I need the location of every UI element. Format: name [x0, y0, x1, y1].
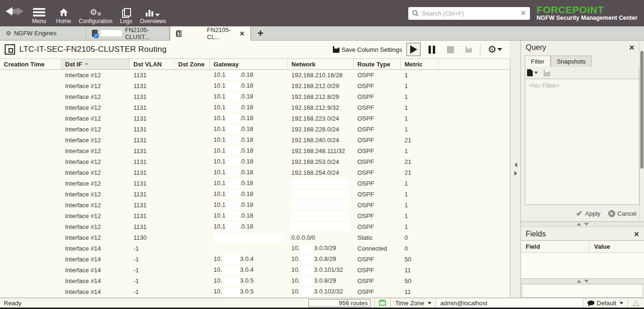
- filter-area[interactable]: <No Filter>: [525, 79, 639, 205]
- table-row[interactable]: Interface #14-110.3.0.0/29Connected0: [0, 243, 510, 254]
- table-row[interactable]: Interface #12113110.1.0.18192.168.254.0/…: [0, 167, 510, 178]
- collapse-left-icon[interactable]: [514, 163, 517, 167]
- apply-label: Apply: [585, 210, 601, 217]
- cancel-button[interactable]: ✕ Cancel: [608, 210, 636, 217]
- column-header-dst-if[interactable]: Dst IF^: [61, 59, 130, 69]
- route-type-cell: OSPF: [354, 104, 401, 111]
- column-header-creation-time[interactable]: Creation Time: [0, 59, 61, 69]
- panel-splitter[interactable]: [521, 279, 644, 284]
- brand-logo: FORCEPOINT NGFW Security Management Cent…: [537, 5, 640, 21]
- table-row[interactable]: Interface #14-110.3.0.410.3.0.8/29OSPF50: [0, 254, 510, 265]
- menu-button[interactable]: Menu: [28, 0, 50, 26]
- metric-cell: 1: [401, 212, 438, 220]
- column-header-network[interactable]: Network: [288, 59, 354, 69]
- dst-vlan-cell: 1131: [130, 212, 174, 220]
- table-row[interactable]: Interface #12113110.1.0.18192.168.253.0/…: [0, 156, 510, 167]
- table-row[interactable]: Interface #12113110.1.0.18192.168.212.8/…: [0, 91, 510, 102]
- close-tab-icon[interactable]: ✕: [239, 30, 245, 37]
- table-row[interactable]: Interface #12113110.1.0.18OSPF1: [0, 189, 510, 200]
- redacted-text: [225, 81, 239, 90]
- table-row[interactable]: Interface #12113110.1.0.18192.168.212.9/…: [0, 102, 510, 113]
- table-row[interactable]: Interface #12113110.1.0.18OSPF1: [0, 178, 510, 189]
- column-header-route-type[interactable]: Route Type: [354, 59, 401, 69]
- collapse-down-icon[interactable]: [584, 280, 589, 283]
- dst-if-cell: Interface #12: [61, 137, 130, 144]
- column-header-gateway[interactable]: Gateway: [210, 59, 288, 69]
- table-row[interactable]: Interface #1211300.0.0.0/0Static0: [0, 232, 510, 243]
- gateway-cell: 10.1.0.18: [210, 103, 288, 112]
- configuration-button[interactable]: ⚙⚙ Configuration: [75, 0, 116, 26]
- stop-button[interactable]: [443, 43, 457, 56]
- table-row[interactable]: Interface #12113110.1.0.18OSPF1: [0, 200, 510, 211]
- table-row[interactable]: Interface #12113110.1.0.18192.168.210.16…: [0, 70, 510, 81]
- column-header-dst-vlan[interactable]: Dst VLAN: [130, 59, 174, 69]
- scrollbar-thumb[interactable]: [640, 51, 644, 169]
- route-type-cell: OSPF: [354, 126, 401, 133]
- tab-filter[interactable]: Filter: [525, 56, 551, 67]
- refresh-folder-button[interactable]: [374, 298, 390, 308]
- apply-button[interactable]: ✔ Apply: [576, 209, 601, 219]
- profile-selector[interactable]: Default: [583, 298, 627, 308]
- collapse-down-icon[interactable]: [584, 223, 589, 226]
- table-row[interactable]: Interface #12113110.1.0.18OSPF1: [0, 221, 510, 232]
- tab-label: FN2105-CL...: [207, 26, 233, 41]
- new-filter-button[interactable]: [527, 69, 538, 76]
- export-save-button[interactable]: [462, 43, 476, 56]
- forward-arrow-icon[interactable]: [17, 7, 24, 16]
- check-icon: ✔: [576, 209, 583, 219]
- new-file-icon: [527, 69, 533, 76]
- table-row[interactable]: Interface #12113110.1.0.18192.168.223.0/…: [0, 113, 510, 124]
- save-column-settings-button[interactable]: Save Column Settings: [333, 46, 402, 53]
- search-input[interactable]: [422, 10, 517, 17]
- column-header-dst-zone[interactable]: Dst Zone: [174, 59, 210, 69]
- play-button[interactable]: [406, 43, 421, 56]
- logs-button[interactable]: Logs: [116, 0, 136, 26]
- route-type-cell: Connected: [354, 245, 401, 252]
- save-icon: [465, 46, 472, 53]
- table-header-row: Creation TimeDst IF^Dst VLANDst ZoneGate…: [0, 58, 510, 70]
- redacted-text: [225, 125, 239, 134]
- gear-icon: ⚙: [6, 31, 11, 36]
- home-button[interactable]: Home: [52, 0, 75, 26]
- close-icon[interactable]: ✕: [629, 44, 635, 51]
- dst-if-cell: Interface #12: [61, 191, 130, 198]
- close-icon[interactable]: ✕: [634, 230, 639, 238]
- timezone-selector[interactable]: Time Zone: [390, 298, 436, 308]
- alerts-indicator[interactable]: [627, 298, 644, 308]
- tools-menu-button[interactable]: ⚙: [485, 43, 505, 56]
- gateway-cell: 10.1.0.18: [210, 157, 288, 166]
- panel-splitter[interactable]: [521, 222, 644, 227]
- query-scrollbar[interactable]: [639, 41, 644, 221]
- tab-cluster-status[interactable]: FN2105-CLUST...: [86, 26, 170, 40]
- column-header-metric[interactable]: Metric: [401, 59, 438, 69]
- panel-splitter[interactable]: [510, 41, 520, 298]
- gateway-cell: 10.1.0.18: [210, 71, 288, 80]
- metric-cell: 50: [401, 256, 438, 263]
- tab-ngfw-engines[interactable]: ⚙ NGFW Engines: [0, 26, 86, 40]
- overviews-button[interactable]: Overviews: [136, 0, 170, 26]
- pause-button[interactable]: [425, 43, 439, 56]
- save-filter-icon[interactable]: [544, 70, 550, 76]
- dst-vlan-cell: 1131: [130, 72, 174, 79]
- table-row[interactable]: Interface #14-110.3.0.510.3.0.102/32OSPF…: [0, 286, 510, 297]
- dst-vlan-cell: 1131: [130, 104, 174, 111]
- back-arrow-icon[interactable]: [6, 7, 12, 16]
- routes-count: 956 routes: [308, 299, 371, 307]
- expand-up-icon[interactable]: [577, 223, 581, 226]
- table-row[interactable]: Interface #12113110.1.0.18OSPF1: [0, 211, 510, 221]
- collapse-right-icon[interactable]: [514, 171, 517, 176]
- redacted-text: [291, 179, 349, 188]
- table-row[interactable]: Interface #12113110.1.0.18192.168.228.0/…: [0, 124, 510, 135]
- expand-up-icon[interactable]: [577, 280, 581, 283]
- table-row[interactable]: Interface #14-110.3.0.410.3.0.101/32OSPF…: [0, 265, 510, 276]
- table-row[interactable]: Interface #14-110.3.0.510.3.0.8/29OSPF50: [0, 276, 510, 286]
- warning-triangle-icon: [632, 300, 640, 306]
- redacted-text: [300, 287, 314, 296]
- table-row[interactable]: Interface #12113110.1.0.18192.168.240.0/…: [0, 135, 510, 146]
- tab-snapshots[interactable]: Snapshots: [551, 56, 592, 67]
- new-tab-button[interactable]: +: [251, 26, 270, 40]
- clear-search-icon[interactable]: ✕: [520, 9, 526, 17]
- table-row[interactable]: Interface #12113110.1.0.18192.168.212.0/…: [0, 81, 510, 91]
- table-row[interactable]: Interface #12113110.1.0.18192.168.248.11…: [0, 146, 510, 156]
- tab-cluster-routing[interactable]: ← FN2105-CL... ✕: [170, 26, 251, 41]
